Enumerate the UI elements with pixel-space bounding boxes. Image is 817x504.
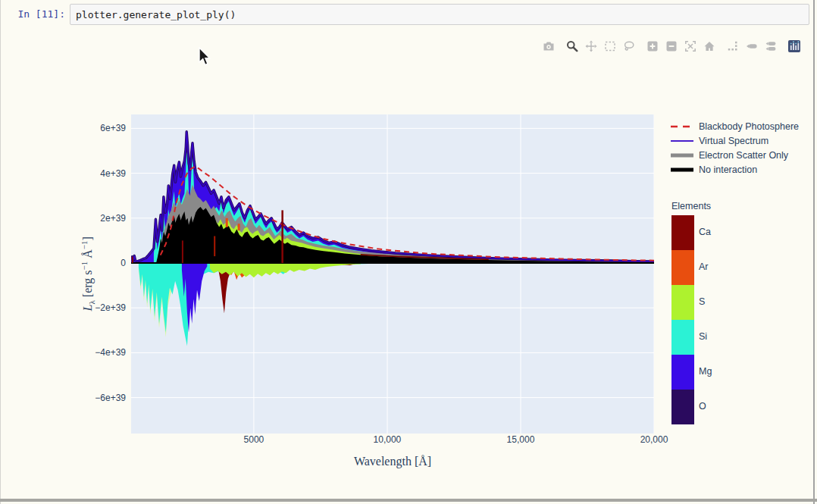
- y-tick-label: 4e+39: [82, 168, 126, 179]
- x-tick-label: 5000: [227, 434, 280, 445]
- plot-legend: Blackbody PhotosphereVirtual SpectrumEle…: [670, 119, 799, 177]
- element-color-swatch-s: [671, 285, 694, 320]
- y-tick-label: −2e+39: [82, 302, 126, 313]
- box-select-icon: [604, 40, 616, 52]
- element-color-swatch-si: [671, 320, 694, 355]
- legend-item-blackbody-photosphere[interactable]: Blackbody Photosphere: [670, 119, 799, 133]
- jupyter-notebook-window: In [11]: plotter.generate_plot_ply() Wav…: [0, 0, 817, 504]
- element-label-si: Si: [699, 331, 707, 342]
- cell-input-prompt: In [11]:: [9, 8, 65, 20]
- modebar-zoom-in-button[interactable]: [646, 40, 659, 52]
- pan-icon: [585, 40, 597, 52]
- y-tick-label: 0: [82, 258, 126, 268]
- modebar-box-select-button[interactable]: [604, 40, 616, 52]
- legend-item-label[interactable]: Electron Scatter Only: [699, 150, 788, 161]
- plotly-modebar: [536, 40, 800, 52]
- legend-item-no-interaction[interactable]: No interaction: [670, 162, 799, 177]
- legend-swatch-icon: [670, 138, 694, 144]
- legend-swatch-icon: [670, 152, 694, 158]
- zoom-in-icon: [646, 40, 659, 52]
- y-tick-label: 6e+39: [82, 123, 126, 133]
- modebar-pan-button[interactable]: [585, 40, 597, 52]
- cell-code-text[interactable]: plotter.generate_plot_ply(): [70, 9, 236, 20]
- y-tick-label: −4e+39: [82, 347, 126, 358]
- modebar-lasso-select-button[interactable]: [623, 40, 635, 52]
- element-color-swatch-ca: [671, 215, 694, 250]
- element-color-swatch-mg: [671, 355, 694, 390]
- zoom-icon: [566, 40, 578, 52]
- y-tick-label: −6e+39: [82, 393, 126, 403]
- modebar-autoscale-button[interactable]: [684, 40, 696, 52]
- zoom-out-icon: [665, 40, 678, 52]
- x-tick-label: 10,000: [361, 434, 414, 445]
- legend-item-label[interactable]: Virtual Spectrum: [699, 136, 768, 146]
- y-axis-title: Lλ [erg s−1 Å−1]: [73, 114, 103, 434]
- modebar-toggle-spikelines-button[interactable]: [727, 40, 739, 52]
- legend-item-label[interactable]: No interaction: [699, 164, 757, 175]
- modebar-hover-closest-button[interactable]: [746, 40, 758, 52]
- download-plot-icon: [543, 40, 555, 52]
- legend-swatch-icon: [670, 124, 694, 130]
- toggle-spikelines-icon: [727, 40, 739, 52]
- elements-legend-title: Elements: [671, 201, 711, 211]
- modebar-zoom-out-button[interactable]: [665, 40, 678, 52]
- window-border-right: [813, 0, 815, 504]
- element-color-swatch-o: [671, 390, 694, 424]
- x-tick-label: 15,000: [494, 434, 547, 445]
- element-color-swatch-ar: [671, 250, 694, 285]
- element-label-ar: Ar: [699, 261, 709, 272]
- legend-swatch-icon: [670, 167, 694, 173]
- lasso-select-icon: [623, 40, 635, 52]
- x-tick-label: 20,000: [628, 434, 681, 445]
- element-label-o: O: [699, 401, 706, 412]
- cell-code-input[interactable]: plotter.generate_plot_ply(): [70, 4, 809, 25]
- mouse-cursor-icon: [198, 47, 213, 71]
- modebar-download-plot-button[interactable]: [543, 40, 555, 52]
- hover-closest-icon: [746, 40, 758, 52]
- elements-colorbar: [671, 215, 694, 424]
- element-label-ca: Ca: [699, 227, 711, 237]
- element-label-mg: Mg: [699, 366, 712, 377]
- modebar-reset-axes-button[interactable]: [703, 40, 715, 52]
- y-tick-label: 2e+39: [82, 213, 126, 224]
- modebar-hover-compare-button[interactable]: [765, 40, 777, 52]
- hover-compare-icon: [765, 40, 777, 52]
- legend-item-electron-scatter-only[interactable]: Electron Scatter Only: [670, 148, 799, 162]
- modebar-zoom-button[interactable]: [566, 40, 578, 52]
- legend-item-virtual-spectrum[interactable]: Virtual Spectrum: [670, 133, 799, 148]
- autoscale-icon: [684, 40, 696, 52]
- x-axis-title: Wavelength [Å]: [317, 455, 468, 468]
- plot-canvas[interactable]: [131, 114, 654, 434]
- window-border-left: [0, 0, 1, 504]
- reset-axes-icon: [703, 40, 715, 52]
- plotly-logo-icon: [788, 40, 800, 52]
- element-label-s: S: [699, 296, 705, 307]
- modebar-plotly-logo-button[interactable]: [788, 40, 800, 52]
- window-border-bottom: [0, 499, 817, 502]
- legend-item-label[interactable]: Blackbody Photosphere: [699, 121, 799, 132]
